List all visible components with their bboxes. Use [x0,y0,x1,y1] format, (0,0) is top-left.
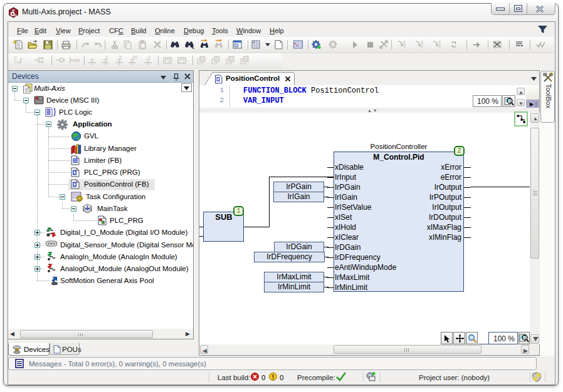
svg-text:EN: EN [74,58,80,63]
svg-text:REF: REF [132,55,138,59]
svg-text:V: V [148,55,151,59]
svg-text:S: S [105,55,108,59]
svg-text:R: R [119,55,122,59]
